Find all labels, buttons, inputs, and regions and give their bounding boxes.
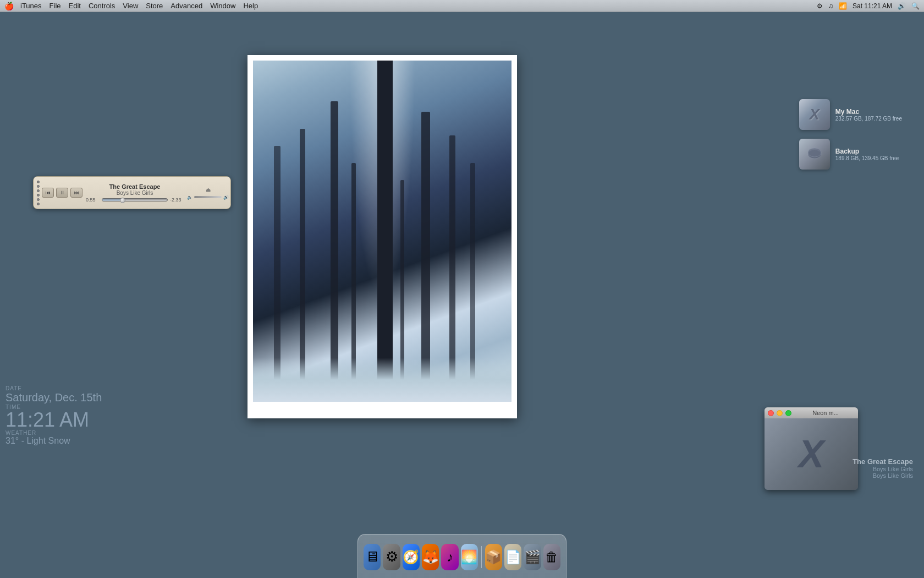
- drive-backup-info: Backup 189.8 GB, 139.45 GB free: [835, 148, 899, 161]
- drive-backup-name: Backup: [835, 148, 899, 155]
- np-artist1: Boys Like Girls: [853, 466, 913, 472]
- drive-mymac[interactable]: X My Mac 232.57 GB, 187.72 GB free: [799, 99, 902, 130]
- wifi-icon: 📶: [839, 2, 847, 10]
- menu-window[interactable]: Window: [210, 2, 235, 10]
- neon-window[interactable]: Neon m... X: [765, 407, 858, 490]
- dock-system-prefs[interactable]: ⚙: [383, 544, 400, 570]
- neon-x-logo: X: [799, 432, 824, 476]
- drive-mymac-info: My Mac 232.57 GB, 187.72 GB free: [835, 108, 902, 122]
- progress-thumb[interactable]: [120, 198, 125, 203]
- quicktime-icon: 🎬: [524, 549, 541, 565]
- dock: 🖥 ⚙ 🧭 🦊 ♪ 🌅 📦 📄 🎬 🗑: [358, 534, 566, 578]
- safari-icon: 🧭: [403, 549, 419, 565]
- tree-center: [377, 61, 393, 380]
- drives-container: X My Mac 232.57 GB, 187.72 GB free Backu…: [799, 99, 902, 170]
- forward-button[interactable]: ⏭: [70, 188, 82, 198]
- menu-itunes[interactable]: iTunes: [20, 2, 42, 10]
- firefox-icon: 🦊: [422, 549, 439, 565]
- itunes-icon: ♪: [447, 549, 453, 565]
- dock-iphoto[interactable]: 🌅: [461, 544, 478, 570]
- music-icon: ♫: [828, 2, 833, 10]
- menu-advanced[interactable]: Advanced: [170, 2, 202, 10]
- system-prefs-icon: ⚙: [386, 548, 398, 565]
- drive-backup[interactable]: Backup 189.8 GB, 139.45 GB free: [799, 139, 902, 170]
- stacks-icon: 📦: [485, 549, 502, 565]
- widget-date: Saturday, Dec. 15th: [6, 391, 102, 404]
- menubar-time: Sat 11:21 AM: [853, 2, 892, 10]
- apple-menu[interactable]: 🍎: [4, 2, 14, 10]
- dock-documents[interactable]: 📄: [504, 544, 521, 570]
- trash-icon: 🗑: [545, 549, 558, 565]
- dock-safari[interactable]: 🧭: [403, 544, 420, 570]
- eject-button[interactable]: ⏏: [204, 186, 212, 194]
- menubar: 🍎 iTunes File Edit Controls View Store A…: [0, 0, 924, 12]
- drive-backup-size: 189.8 GB, 139.45 GB free: [835, 155, 899, 161]
- neon-titlebar: Neon m...: [765, 407, 858, 418]
- drive-mymac-icon: X: [799, 99, 830, 130]
- drive-mymac-name: My Mac: [835, 108, 902, 116]
- volume-slider[interactable]: [194, 196, 222, 198]
- snow-ground: [253, 358, 512, 402]
- np-track: The Great Escape: [853, 457, 913, 466]
- documents-icon: 📄: [505, 549, 521, 565]
- neon-window-title: Neon m...: [796, 410, 855, 416]
- drive-mymac-size: 232.57 GB, 187.72 GB free: [835, 116, 902, 122]
- progress-fill: [102, 199, 120, 201]
- menu-help[interactable]: Help: [243, 2, 258, 10]
- progress-row: 0:55 -2:33: [86, 197, 184, 203]
- vol-high-icon: 🔊: [223, 195, 229, 200]
- track-info: The Great Escape Boys Like Girls 0:55 -2…: [82, 183, 187, 203]
- photo-image: [253, 61, 512, 402]
- menu-store[interactable]: Store: [146, 2, 163, 10]
- menu-edit[interactable]: Edit: [69, 2, 81, 10]
- np-artist2: Boys Like Girls: [853, 472, 913, 479]
- menu-view[interactable]: View: [123, 2, 138, 10]
- window-minimize-button[interactable]: [777, 410, 783, 416]
- drag-handle: [37, 181, 40, 205]
- itunes-right: ⏏ 🔈 🔊: [187, 186, 229, 200]
- time-remaining: -2:33: [170, 197, 184, 203]
- search-icon[interactable]: 🔍: [911, 2, 920, 10]
- dashboard-widget: Date Saturday, Dec. 15th Time 11:21 AM W…: [6, 385, 102, 446]
- svg-point-1: [808, 148, 821, 157]
- hd-icon-svg: [806, 145, 823, 163]
- desktop: 🍎 iTunes File Edit Controls View Store A…: [0, 0, 924, 578]
- menu-controls[interactable]: Controls: [89, 2, 115, 10]
- dock-divider: [481, 546, 482, 568]
- menubar-right: ⚙ ♫ 📶 Sat 11:21 AM 🔊 🔍: [817, 2, 920, 10]
- dock-itunes[interactable]: ♪: [441, 544, 458, 570]
- rewind-button[interactable]: ⏮: [42, 188, 54, 198]
- neon-content: X: [765, 418, 858, 490]
- dock-firefox[interactable]: 🦊: [422, 544, 439, 570]
- playback-controls: ⏮ ⏸ ⏭: [42, 188, 82, 198]
- drive-backup-icon: [799, 139, 830, 170]
- finder-icon: 🖥: [365, 548, 380, 565]
- track-title: The Great Escape: [109, 183, 161, 190]
- window-maximize-button[interactable]: [785, 410, 791, 416]
- now-playing-widget: The Great Escape Boys Like Girls Boys Li…: [853, 457, 913, 479]
- track-artist: Boys Like Girls: [117, 190, 153, 196]
- volume-control: 🔈 🔊: [187, 195, 229, 200]
- date-label: Date: [6, 385, 102, 391]
- osx-x-logo: X: [809, 106, 820, 123]
- pause-button[interactable]: ⏸: [56, 188, 68, 198]
- photo-frame: [248, 55, 517, 418]
- widget-weather: 31° - Light Snow: [6, 436, 102, 446]
- system-status-icon: ⚙: [817, 2, 823, 10]
- window-close-button[interactable]: [768, 410, 774, 416]
- volume-icon[interactable]: 🔊: [898, 2, 906, 10]
- tree-left1: [331, 101, 338, 402]
- dock-trash[interactable]: 🗑: [543, 544, 560, 570]
- progress-bar[interactable]: [102, 198, 168, 201]
- widget-time: 11:21 AM: [6, 410, 102, 430]
- vol-low-icon: 🔈: [187, 195, 193, 200]
- menu-file[interactable]: File: [50, 2, 61, 10]
- itunes-player[interactable]: ⏮ ⏸ ⏭ The Great Escape Boys Like Girls 0…: [33, 176, 231, 209]
- dock-finder[interactable]: 🖥: [364, 544, 381, 570]
- dock-quicktime[interactable]: 🎬: [524, 544, 541, 570]
- time-elapsed: 0:55: [86, 197, 100, 203]
- dock-stacks[interactable]: 📦: [485, 544, 502, 570]
- iphoto-icon: 🌅: [461, 549, 477, 565]
